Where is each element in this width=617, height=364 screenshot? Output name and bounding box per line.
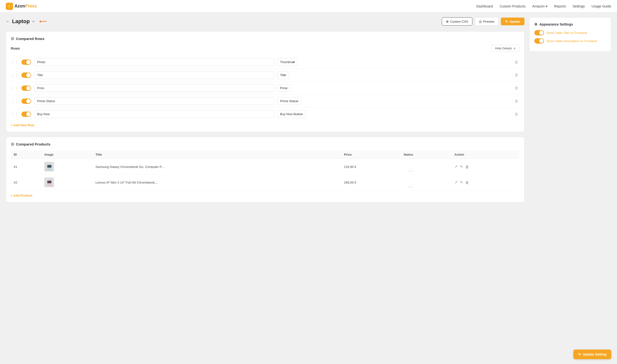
setting-row-description: Show Table Description on Frontend	[534, 38, 606, 44]
row-toggle-photo[interactable]	[21, 60, 31, 65]
logo-text: AzonPress	[14, 4, 37, 9]
edit-icon[interactable]: ✎	[460, 165, 463, 169]
delete-row-button[interactable]: 🗑	[514, 98, 519, 104]
logo: ⚡ AzonPress	[6, 3, 37, 10]
product-action: ↗ ✎ 🗑	[451, 159, 519, 175]
product-id: #2	[11, 175, 41, 190]
delete-row-button[interactable]: 🗑	[514, 111, 519, 117]
nav-settings[interactable]: Settings	[573, 4, 585, 8]
rows-label: Rows	[11, 47, 20, 50]
compared-rows-title: ⊞ Compared Rows	[11, 36, 519, 41]
drag-handle[interactable]: ⋮⋮	[11, 60, 19, 64]
product-title: Lenovo IP Slim 3 14'' Full HD Chromebook…	[92, 175, 341, 190]
update-setting-icon: ↻	[578, 352, 581, 356]
list-item: #2 💻 Lenovo IP Slim 3 14'' Full HD Chrom…	[11, 175, 519, 190]
product-id: #1	[11, 159, 41, 175]
product-status	[401, 159, 451, 175]
row-toggle-title[interactable]	[21, 73, 31, 78]
row-name-input-photo[interactable]	[34, 58, 274, 66]
rows-list: ⋮⋮ Thumbnail 🗑 ⋮⋮	[11, 56, 519, 120]
col-title: Title	[92, 150, 341, 159]
show-description-toggle[interactable]	[534, 38, 544, 44]
delete-icon[interactable]: 🗑	[465, 165, 469, 169]
row-type-wrapper: Thumbnail	[277, 58, 511, 66]
show-title-label: Show Table Title on Frontend	[546, 31, 587, 35]
back-button[interactable]: ←	[6, 19, 10, 24]
row-type-select-buynow[interactable]: Buy Now Button	[277, 110, 306, 118]
list-item: #1 💻 Samsung Galaxy Chromebook Go, Compu…	[11, 159, 519, 175]
drag-handle[interactable]: ⋮⋮	[11, 73, 19, 77]
delete-row-button[interactable]: 🗑	[514, 59, 519, 65]
nav-usage-guide[interactable]: Usage Guide	[591, 4, 611, 8]
products-icon: ⊞	[11, 142, 14, 146]
delete-row-button[interactable]: 🗑	[514, 85, 519, 91]
chevron-up-icon: ∧	[513, 47, 516, 50]
compared-products-title: ⊞ Compared Products	[11, 142, 519, 146]
main-content: ← Laptop ✏ ⟵ ⊕ Custom CSS ◎ Preview ↻ Up…	[6, 17, 525, 359]
update-button[interactable]: ↻ Update	[501, 18, 525, 25]
nav-dashboard[interactable]: Dashboard	[476, 4, 493, 8]
product-title: Samsung Galaxy Chromebook Go, Computer P…	[92, 159, 341, 175]
table-row: ⋮⋮ Thumbnail 🗑	[11, 56, 519, 69]
row-type-select-title[interactable]: Title	[277, 71, 289, 79]
setting-row-title: Show Table Title on Frontend	[534, 30, 606, 35]
update-icon: ↻	[505, 20, 508, 23]
row-type-wrapper: Title	[277, 71, 511, 79]
row-type-select-photo[interactable]: Thumbnail	[277, 58, 298, 66]
page-title-area: ← Laptop ✏ ⟵	[6, 18, 47, 25]
hide-details-button[interactable]: Hide Details ∧	[491, 45, 519, 52]
custom-css-button[interactable]: ⊕ Custom CSS	[442, 17, 473, 26]
row-toggle-buynow[interactable]	[21, 112, 31, 117]
show-description-label: Show Table Description on Frontend	[546, 39, 597, 43]
products-table: ID Image Title Price Status Action #1 💻	[11, 150, 519, 190]
row-type-select-prime[interactable]: Prime Status	[277, 97, 301, 105]
product-thumbnail: 💻	[44, 162, 54, 171]
row-type-select-price[interactable]: Price	[277, 84, 290, 92]
preview-icon: ◎	[479, 20, 482, 23]
logo-icon: ⚡	[6, 3, 13, 10]
row-toggle-prime[interactable]	[21, 99, 31, 104]
page-header: ← Laptop ✏ ⟵ ⊕ Custom CSS ◎ Preview ↻ Up…	[6, 17, 525, 26]
row-toggle-price[interactable]	[21, 86, 31, 91]
edit-icon[interactable]: ✎	[460, 180, 463, 184]
link-icon[interactable]: ↗	[454, 180, 458, 184]
product-action: ↗ ✎ 🗑	[451, 175, 519, 190]
col-id: ID	[11, 150, 41, 159]
product-image: 💻	[41, 159, 92, 175]
table-row: ⋮⋮ Prime Status 🗑	[11, 95, 519, 108]
link-icon[interactable]: ↗	[454, 165, 458, 169]
col-image: Image	[41, 150, 92, 159]
css-icon: ⊕	[446, 20, 449, 23]
edit-title-button[interactable]: ✏	[32, 20, 35, 23]
drag-handle[interactable]: ⋮⋮	[11, 112, 19, 116]
row-name-input-buynow[interactable]	[34, 110, 274, 118]
row-type-wrapper: Buy Now Button	[277, 110, 511, 118]
add-product-button[interactable]: + Add Product	[11, 194, 32, 197]
page-title: Laptop	[12, 18, 30, 25]
show-title-toggle[interactable]	[534, 30, 544, 35]
arrow-annotation-title: ⟵	[39, 18, 47, 25]
table-row: ⋮⋮ Title 🗑	[11, 69, 519, 82]
nav-amazon[interactable]: Amazon ▾	[532, 4, 547, 8]
delete-icon[interactable]: 🗑	[465, 181, 469, 184]
bottom-update-setting-button[interactable]: ↻ Update Setting	[573, 350, 611, 359]
col-status: Status	[401, 150, 451, 159]
nav-reports[interactable]: Reports	[554, 4, 566, 8]
row-name-input-title[interactable]	[34, 71, 274, 79]
drag-handle[interactable]: ⋮⋮	[11, 86, 19, 90]
drag-handle[interactable]: ⋮⋮	[11, 99, 19, 103]
table-row: ⋮⋮ Price 🗑	[11, 82, 519, 95]
action-icons: ↗ ✎ 🗑	[454, 180, 516, 184]
row-name-input-price[interactable]	[34, 84, 274, 92]
chevron-down-icon: ▾	[546, 4, 547, 8]
nav-custom-products[interactable]: Custom Products	[500, 4, 525, 8]
preview-button[interactable]: ◎ Preview	[475, 17, 499, 26]
appearance-settings-title: ⚙ Appearance Settings	[534, 22, 606, 26]
add-new-row-button[interactable]: + Add New Row	[11, 123, 34, 127]
settings-icon: ⚙	[534, 22, 538, 26]
delete-row-button[interactable]: 🗑	[514, 72, 519, 78]
row-name-input-prime[interactable]	[34, 97, 274, 105]
nav-links: Dashboard Custom Products Amazon ▾ Repor…	[476, 4, 611, 8]
sidebar: ⚙ Appearance Settings Show Table Title o…	[529, 17, 611, 359]
product-image: 💻	[41, 175, 92, 190]
